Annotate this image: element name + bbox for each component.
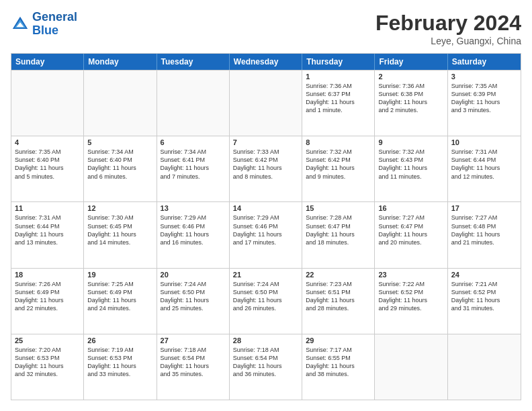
day-number: 12: [87, 204, 152, 212]
day-cell-18: 18Sunrise: 7:26 AM Sunset: 6:49 PM Dayli…: [11, 269, 84, 334]
day-info: Sunrise: 7:33 AM Sunset: 6:42 PM Dayligh…: [233, 148, 298, 181]
weekday-header-saturday: Saturday: [448, 54, 521, 70]
day-cell-22: 22Sunrise: 7:23 AM Sunset: 6:51 PM Dayli…: [302, 269, 375, 334]
day-info: Sunrise: 7:20 AM Sunset: 6:53 PM Dayligh…: [15, 346, 80, 379]
day-cell-5: 5Sunrise: 7:34 AM Sunset: 6:40 PM Daylig…: [84, 136, 157, 201]
day-info: Sunrise: 7:19 AM Sunset: 6:53 PM Dayligh…: [87, 346, 152, 379]
day-cell-24: 24Sunrise: 7:21 AM Sunset: 6:52 PM Dayli…: [448, 269, 521, 334]
day-cell-13: 13Sunrise: 7:29 AM Sunset: 6:46 PM Dayli…: [157, 202, 230, 267]
day-number: 9: [378, 138, 443, 146]
day-cell-3: 3Sunrise: 7:35 AM Sunset: 6:39 PM Daylig…: [448, 71, 521, 136]
logo: General Blue: [11, 11, 77, 38]
day-info: Sunrise: 7:36 AM Sunset: 6:38 PM Dayligh…: [378, 82, 443, 115]
day-info: Sunrise: 7:23 AM Sunset: 6:51 PM Dayligh…: [306, 280, 371, 313]
day-number: 29: [306, 336, 371, 345]
day-number: 11: [15, 204, 80, 212]
day-info: Sunrise: 7:35 AM Sunset: 6:40 PM Dayligh…: [15, 148, 80, 181]
day-info: Sunrise: 7:25 AM Sunset: 6:49 PM Dayligh…: [87, 280, 152, 313]
day-info: Sunrise: 7:31 AM Sunset: 6:44 PM Dayligh…: [451, 148, 517, 181]
day-cell-29: 29Sunrise: 7:17 AM Sunset: 6:55 PM Dayli…: [302, 334, 375, 400]
weekday-header-tuesday: Tuesday: [157, 54, 230, 70]
day-info: Sunrise: 7:18 AM Sunset: 6:54 PM Dayligh…: [233, 346, 298, 379]
day-number: 14: [233, 204, 298, 212]
day-number: 2: [378, 73, 443, 81]
day-number: 24: [451, 271, 517, 279]
day-cell-14: 14Sunrise: 7:29 AM Sunset: 6:46 PM Dayli…: [230, 202, 302, 267]
day-info: Sunrise: 7:32 AM Sunset: 6:42 PM Dayligh…: [306, 148, 371, 181]
logo-general: General: [32, 10, 77, 24]
header: General Blue February 2024 Leye, Guangxi…: [11, 11, 521, 46]
day-cell-empty-4-5: [375, 334, 447, 400]
day-info: Sunrise: 7:29 AM Sunset: 6:46 PM Dayligh…: [233, 214, 298, 246]
day-number: 5: [87, 138, 152, 146]
day-cell-11: 11Sunrise: 7:31 AM Sunset: 6:44 PM Dayli…: [11, 202, 84, 267]
day-info: Sunrise: 7:18 AM Sunset: 6:54 PM Dayligh…: [161, 346, 226, 379]
day-cell-9: 9Sunrise: 7:32 AM Sunset: 6:43 PM Daylig…: [375, 136, 447, 201]
day-number: 20: [161, 271, 226, 279]
logo-blue: Blue: [32, 24, 58, 37]
calendar-header-row: SundayMondayTuesdayWednesdayThursdayFrid…: [11, 54, 521, 70]
day-cell-2: 2Sunrise: 7:36 AM Sunset: 6:38 PM Daylig…: [375, 71, 447, 136]
day-number: 1: [306, 73, 371, 81]
day-cell-23: 23Sunrise: 7:22 AM Sunset: 6:52 PM Dayli…: [375, 269, 447, 334]
calendar-body: 1Sunrise: 7:36 AM Sunset: 6:37 PM Daylig…: [11, 70, 521, 400]
day-number: 27: [161, 336, 226, 345]
day-info: Sunrise: 7:24 AM Sunset: 6:50 PM Dayligh…: [161, 280, 226, 313]
day-info: Sunrise: 7:34 AM Sunset: 6:41 PM Dayligh…: [161, 148, 226, 181]
day-cell-17: 17Sunrise: 7:27 AM Sunset: 6:48 PM Dayli…: [448, 202, 521, 267]
day-number: 23: [378, 271, 443, 279]
day-cell-20: 20Sunrise: 7:24 AM Sunset: 6:50 PM Dayli…: [157, 269, 230, 334]
day-info: Sunrise: 7:22 AM Sunset: 6:52 PM Dayligh…: [378, 280, 443, 313]
day-number: 25: [15, 336, 80, 345]
day-number: 7: [233, 138, 298, 146]
day-cell-empty-4-6: [448, 334, 521, 400]
weekday-header-friday: Friday: [375, 54, 447, 70]
day-number: 3: [451, 73, 517, 81]
day-cell-6: 6Sunrise: 7:34 AM Sunset: 6:41 PM Daylig…: [157, 136, 230, 201]
weekday-header-monday: Monday: [84, 54, 157, 70]
calendar-row-4: 25Sunrise: 7:20 AM Sunset: 6:53 PM Dayli…: [11, 334, 521, 400]
day-cell-empty-0-0: [11, 71, 84, 136]
day-info: Sunrise: 7:31 AM Sunset: 6:44 PM Dayligh…: [15, 214, 80, 246]
weekday-header-wednesday: Wednesday: [230, 54, 302, 70]
day-info: Sunrise: 7:28 AM Sunset: 6:47 PM Dayligh…: [306, 214, 371, 246]
day-cell-10: 10Sunrise: 7:31 AM Sunset: 6:44 PM Dayli…: [448, 136, 521, 201]
day-cell-27: 27Sunrise: 7:18 AM Sunset: 6:54 PM Dayli…: [157, 334, 230, 400]
day-info: Sunrise: 7:34 AM Sunset: 6:40 PM Dayligh…: [87, 148, 152, 181]
day-cell-empty-0-2: [157, 71, 230, 136]
day-number: 13: [161, 204, 226, 212]
day-cell-26: 26Sunrise: 7:19 AM Sunset: 6:53 PM Dayli…: [84, 334, 157, 400]
day-number: 15: [306, 204, 371, 212]
weekday-header-sunday: Sunday: [11, 54, 84, 70]
day-cell-empty-0-3: [230, 71, 302, 136]
day-cell-4: 4Sunrise: 7:35 AM Sunset: 6:40 PM Daylig…: [11, 136, 84, 201]
day-info: Sunrise: 7:21 AM Sunset: 6:52 PM Dayligh…: [451, 280, 517, 313]
page: General Blue February 2024 Leye, Guangxi…: [0, 0, 532, 411]
day-cell-28: 28Sunrise: 7:18 AM Sunset: 6:54 PM Dayli…: [230, 334, 302, 400]
day-number: 6: [161, 138, 226, 146]
day-info: Sunrise: 7:26 AM Sunset: 6:49 PM Dayligh…: [15, 280, 80, 313]
day-info: Sunrise: 7:36 AM Sunset: 6:37 PM Dayligh…: [306, 82, 371, 115]
title-block: February 2024 Leye, Guangxi, China: [375, 11, 521, 46]
day-info: Sunrise: 7:27 AM Sunset: 6:47 PM Dayligh…: [378, 214, 443, 246]
day-cell-21: 21Sunrise: 7:24 AM Sunset: 6:50 PM Dayli…: [230, 269, 302, 334]
calendar-row-2: 11Sunrise: 7:31 AM Sunset: 6:44 PM Dayli…: [11, 201, 521, 267]
day-cell-19: 19Sunrise: 7:25 AM Sunset: 6:49 PM Dayli…: [84, 269, 157, 334]
day-info: Sunrise: 7:29 AM Sunset: 6:46 PM Dayligh…: [161, 214, 226, 246]
weekday-header-thursday: Thursday: [302, 54, 375, 70]
day-number: 28: [233, 336, 298, 345]
month-year: February 2024: [375, 11, 521, 36]
day-cell-16: 16Sunrise: 7:27 AM Sunset: 6:47 PM Dayli…: [375, 202, 447, 267]
day-info: Sunrise: 7:35 AM Sunset: 6:39 PM Dayligh…: [451, 82, 517, 115]
day-info: Sunrise: 7:30 AM Sunset: 6:45 PM Dayligh…: [87, 214, 152, 246]
day-number: 8: [306, 138, 371, 146]
day-number: 10: [451, 138, 517, 146]
calendar-row-0: 1Sunrise: 7:36 AM Sunset: 6:37 PM Daylig…: [11, 70, 521, 136]
logo-icon: [11, 15, 30, 34]
calendar: SundayMondayTuesdayWednesdayThursdayFrid…: [11, 53, 521, 400]
day-cell-8: 8Sunrise: 7:32 AM Sunset: 6:42 PM Daylig…: [302, 136, 375, 201]
day-number: 16: [378, 204, 443, 212]
day-cell-15: 15Sunrise: 7:28 AM Sunset: 6:47 PM Dayli…: [302, 202, 375, 267]
day-number: 21: [233, 271, 298, 279]
logo-text: General Blue: [32, 11, 77, 38]
